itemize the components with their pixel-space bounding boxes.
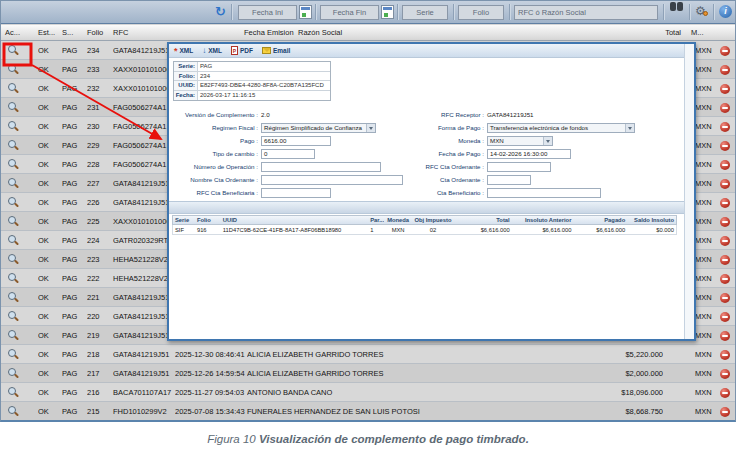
cancel-row-icon[interactable] [720,236,730,246]
field-label: RFC Receptor : [407,111,487,118]
input-field[interactable] [261,175,403,185]
cell-rfc: FAG0506274A1 [113,160,173,169]
cancel-row-icon[interactable] [720,407,730,417]
field-label: Fecha de Pago : [407,150,487,157]
column-header-7[interactable]: Total [641,28,681,37]
refresh-icon[interactable] [215,4,226,19]
popup-toolbar-xml-button[interactable]: XML [174,47,193,55]
column-header-0[interactable]: Ac... [5,28,20,37]
column-header-4[interactable]: RFC [113,28,128,37]
cancel-row-icon[interactable] [720,369,730,379]
cancel-row-icon[interactable] [720,46,730,56]
magnifier-view-icon[interactable] [8,292,20,304]
cancel-row-icon[interactable] [720,255,730,265]
chevron-down-icon[interactable] [543,137,552,145]
column-header-1[interactable]: Est... [38,28,55,37]
select-field[interactable]: Régimen Simplificado de Confianza [261,123,376,133]
column-header-6[interactable]: Razón Social [298,28,342,37]
cancel-row-icon[interactable] [720,179,730,189]
detail-column-header-5: Obj Impuesto [412,217,454,223]
input-field[interactable]: 14-02-2026 16:30:00 [487,149,571,159]
popup-scrollbar[interactable] [684,44,694,339]
cell-moneda: MXN [695,388,719,397]
input-field[interactable] [487,175,531,185]
cancel-row-icon[interactable] [720,141,730,151]
toolbar-separator [315,4,316,20]
magnifier-view-icon[interactable] [8,368,20,380]
cell-serie: PAG [62,103,86,112]
calendar-icon[interactable] [381,5,394,19]
table-row: OKPAG218GATA841219J512025-12-30 08:46:41… [1,345,735,364]
column-header-8[interactable]: M... [691,28,704,37]
magnifier-view-icon[interactable] [8,197,20,209]
column-header-5[interactable]: Fecha Emision [244,28,294,37]
select-field[interactable]: MXN [487,136,553,146]
cancel-row-icon[interactable] [720,293,730,303]
magnifier-view-icon[interactable] [8,83,20,95]
cancel-row-icon[interactable] [720,160,730,170]
input-field[interactable] [487,162,551,172]
folio-input[interactable] [458,5,504,20]
popup-toolbar-email-button[interactable]: Email [262,47,290,54]
popup-toolbar-label: Email [273,47,290,54]
fecha-ini-input[interactable] [238,5,297,20]
magnifier-view-icon[interactable] [8,235,20,247]
cancel-row-icon[interactable] [720,84,730,94]
calendar-icon[interactable] [299,5,312,19]
popup-toolbar-pdf-button[interactable]: PDF [231,46,253,55]
magnifier-view-icon[interactable] [8,273,20,285]
chevron-down-icon[interactable] [625,124,634,132]
input-field[interactable]: 6616.00 [261,136,331,146]
cancel-row-icon[interactable] [720,122,730,132]
cancel-row-icon[interactable] [720,274,730,284]
magnifier-view-icon[interactable] [8,45,20,57]
cancel-row-icon[interactable] [720,65,730,75]
popup-toolbar-xml-button[interactable]: XML [202,46,222,55]
complemento-pago-popup: XMLXMLPDFEmail Serie:PAG Folio:234 UUID:… [167,42,696,341]
magnifier-view-icon[interactable] [8,330,20,342]
cancel-row-icon[interactable] [720,217,730,227]
cell-moneda: MXN [695,350,719,359]
binoculars-search-icon[interactable] [669,1,684,13]
info-icon[interactable] [719,5,732,18]
detail-column-header-8: Pagado [573,217,627,223]
magnifier-view-icon[interactable] [8,178,20,190]
cancel-row-icon[interactable] [720,350,730,360]
fecha-fin-input[interactable] [320,5,379,20]
cell-fecha: 2025-11-27 09:54:03 [175,388,245,397]
cancel-row-icon[interactable] [720,198,730,208]
cancel-row-icon[interactable] [720,312,730,322]
chevron-down-icon[interactable] [366,124,375,132]
column-header-2[interactable]: S... [62,28,73,37]
cancel-row-icon[interactable] [720,331,730,341]
input-field[interactable] [261,162,381,172]
magnifier-view-icon[interactable] [8,349,20,361]
magnifier-view-icon[interactable] [8,406,20,418]
magnifier-view-icon[interactable] [8,159,20,171]
magnifier-view-icon[interactable] [8,311,20,323]
cancel-row-icon[interactable] [720,388,730,398]
cell-serie: PAG [62,331,86,340]
cell-estado: OK [38,350,60,359]
magnifier-view-icon[interactable] [8,140,20,152]
cancel-row-icon[interactable] [720,103,730,113]
gear-icon[interactable] [695,4,706,19]
magnifier-view-icon[interactable] [8,216,20,228]
input-field[interactable]: 0 [261,149,315,159]
magnifier-view-icon[interactable] [8,121,20,133]
input-field[interactable] [261,188,331,198]
input-field[interactable] [487,188,601,198]
select-field[interactable]: Transferencia electrónica de fondos [487,123,635,133]
magnifier-view-icon[interactable] [8,102,20,114]
field-label: Número de Operación : [171,163,261,170]
magnifier-view-icon[interactable] [8,64,20,76]
detail-cell-5: 02 [412,227,454,233]
serie-input[interactable] [402,5,448,20]
payment-form-right: RFC Receptor :GATA841219J51Forma de Pago… [407,108,687,199]
rfc-razon-social-input[interactable] [514,5,658,20]
magnifier-view-icon[interactable] [8,254,20,266]
cell-folio: 234 [87,46,111,55]
magnifier-view-icon[interactable] [8,387,20,399]
column-header-3[interactable]: Folio [87,28,103,37]
toolbar-separator [453,4,454,20]
